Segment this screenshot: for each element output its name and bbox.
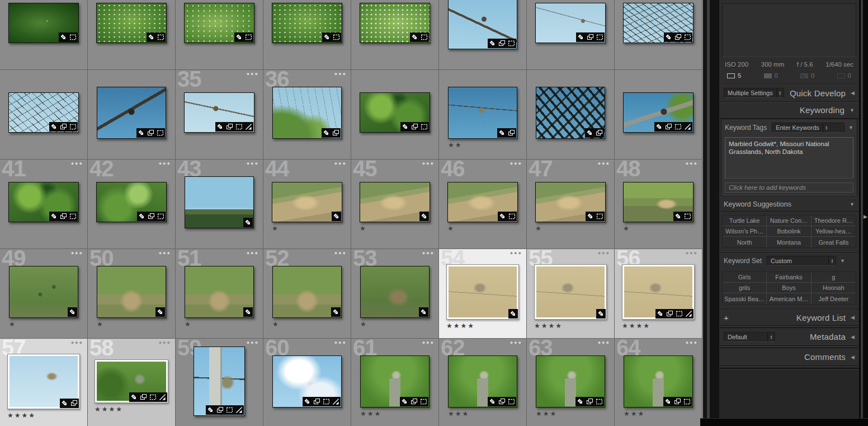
add-keyword-plus-icon[interactable]: + (724, 313, 733, 322)
photo-thumbnail[interactable] (272, 3, 342, 43)
photo-thumbnail[interactable] (97, 87, 166, 139)
photo-thumbnail[interactable] (95, 359, 168, 403)
thumbnail-image[interactable] (536, 266, 605, 317)
star-rating[interactable]: ★★★★ (446, 321, 475, 330)
collection-badge-icon[interactable] (674, 33, 682, 41)
keyword-set-button[interactable]: Fairbanks (767, 272, 811, 283)
photo-thumbnail[interactable] (536, 355, 605, 408)
grid-cell[interactable]: 42●●● (88, 160, 176, 249)
crop-badge-icon[interactable] (683, 397, 691, 406)
photo-thumbnail[interactable] (447, 182, 518, 222)
develop-badge-icon[interactable] (332, 397, 340, 406)
collection-badge-icon[interactable] (216, 406, 224, 414)
keywords-badge-icon[interactable] (664, 33, 673, 41)
photo-thumbnail[interactable] (272, 87, 342, 139)
keywords-badge-icon[interactable] (244, 308, 252, 316)
collection-badge-icon[interactable] (332, 129, 340, 137)
keywords-badge-icon[interactable] (419, 308, 428, 316)
thumbnail-image[interactable] (360, 182, 430, 222)
keyword-set-button[interactable]: Spasski Bea… (723, 293, 767, 304)
develop-badge-icon[interactable] (685, 310, 693, 318)
keywords-badge-icon[interactable] (323, 33, 331, 41)
keywords-badge-icon[interactable] (488, 39, 497, 48)
photo-thumbnail[interactable] (534, 264, 607, 320)
star-rating[interactable]: ★★★ (448, 409, 469, 418)
keywords-badge-icon[interactable] (332, 212, 341, 221)
crop-badge-icon[interactable] (419, 397, 428, 406)
star-rating[interactable]: ★ (9, 320, 16, 329)
grid-cell[interactable]: 35●●● (176, 70, 263, 160)
quick-develop-header[interactable]: Multiple Settings ▲▼ Quick Develop ◀ (719, 85, 859, 102)
keywords-badge-icon[interactable] (664, 397, 672, 406)
photo-thumbnail[interactable] (185, 176, 254, 228)
keywords-badge-icon[interactable] (303, 397, 312, 406)
grid-cell[interactable] (263, 0, 351, 70)
add-keywords-input[interactable]: Click here to add keywords (725, 182, 853, 193)
keyword-suggestions-header[interactable]: Keyword Suggestions ▼ (719, 197, 859, 212)
grid-cell[interactable]: 59●●● (176, 339, 263, 426)
grid-cell[interactable] (615, 0, 702, 70)
keywords-badge-icon[interactable] (322, 129, 331, 137)
collection-badge-icon[interactable] (673, 397, 682, 406)
keyword-set-button[interactable]: Girls (723, 272, 767, 283)
thumbnail-image[interactable] (185, 266, 253, 317)
develop-badge-icon[interactable] (235, 406, 243, 414)
crop-badge-icon[interactable] (156, 129, 164, 137)
photo-thumbnail[interactable] (360, 266, 430, 318)
spinner-icon[interactable]: ▲▼ (823, 123, 830, 132)
grid-cell[interactable] (88, 0, 176, 70)
collection-badge-icon[interactable] (70, 399, 78, 408)
photo-thumbnail[interactable] (360, 3, 430, 43)
keywords-badge-icon[interactable] (498, 212, 507, 221)
spinner-icon[interactable]: ▲▼ (767, 333, 775, 341)
collection-badge-icon[interactable] (411, 123, 419, 131)
photo-thumbnail[interactable] (185, 266, 254, 318)
keyword-suggestion-button[interactable]: Yellow-hea… (812, 226, 856, 237)
keywords-badge-icon[interactable] (576, 397, 584, 406)
keywords-badge-icon[interactable] (244, 218, 252, 227)
star-rating[interactable]: ★ (185, 320, 192, 329)
keywords-badge-icon[interactable] (206, 406, 215, 414)
star-rating[interactable]: ★★★ (360, 409, 381, 418)
keywords-badge-icon[interactable] (59, 33, 68, 41)
photo-thumbnail[interactable] (184, 92, 254, 133)
grid-cell[interactable] (0, 70, 88, 160)
keyword-suggestion-button[interactable]: Theodore R… (812, 216, 856, 226)
star-rating[interactable]: ★ (360, 320, 367, 329)
crop-badge-icon[interactable] (675, 310, 683, 318)
keywords-badge-icon[interactable] (50, 212, 58, 221)
keywords-badge-icon[interactable] (401, 123, 409, 131)
crop-badge-icon[interactable] (225, 406, 234, 414)
keyword-suggestion-button[interactable]: Bobolink (767, 226, 811, 237)
collection-badge-icon[interactable] (59, 123, 68, 131)
crop-badge-icon[interactable] (507, 397, 516, 406)
triangle-down-icon[interactable]: ▼ (848, 125, 853, 130)
keywords-badge-icon[interactable] (156, 308, 164, 316)
star-rating[interactable]: ★ (360, 224, 367, 233)
grid-cell[interactable]: 56●●●★★★★ (615, 249, 702, 339)
star-rating[interactable]: ★★★★ (534, 321, 563, 330)
collapse-left-icon[interactable]: ◀ (851, 334, 855, 340)
grid-cell[interactable] (88, 70, 176, 160)
star-rating[interactable]: ★ (272, 320, 280, 329)
panel-scrollbar[interactable] (861, 0, 863, 426)
photo-thumbnail[interactable] (446, 264, 519, 320)
collection-badge-icon[interactable] (59, 212, 68, 221)
keywords-badge-icon[interactable] (488, 397, 497, 406)
star-rating[interactable]: ★ (97, 320, 104, 329)
thumbnail-image[interactable] (10, 266, 78, 317)
thumbnail-image[interactable] (361, 266, 429, 317)
keywords-badge-icon[interactable] (655, 123, 663, 131)
star-rating[interactable]: ★★★★ (95, 405, 123, 414)
collection-badge-icon[interactable] (507, 129, 516, 137)
keywords-badge-icon[interactable] (400, 397, 409, 406)
spinner-icon[interactable]: ▲▼ (776, 88, 784, 97)
keywords-badge-icon[interactable] (147, 33, 155, 41)
collection-badge-icon[interactable] (666, 310, 674, 318)
keywords-badge-icon[interactable] (586, 129, 594, 137)
keyword-suggestion-button[interactable]: Turtle Lake (723, 216, 767, 226)
spinner-icon[interactable]: ▲▼ (828, 256, 836, 265)
photo-thumbnail[interactable] (96, 3, 167, 43)
photo-thumbnail[interactable] (360, 92, 430, 133)
photo-count-group[interactable]: 0 (837, 72, 851, 79)
